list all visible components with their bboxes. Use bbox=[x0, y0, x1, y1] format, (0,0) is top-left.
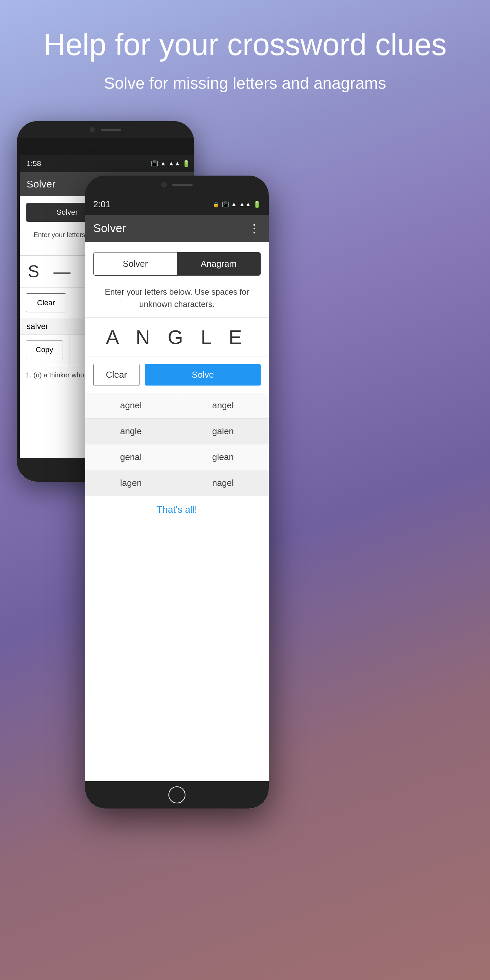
result-cell: lagen bbox=[85, 470, 177, 496]
back-copy-button[interactable]: Copy bbox=[26, 340, 63, 360]
phones-container: 1:58 📳 ▲ ▲▲ 🔋 Solver Solver bbox=[0, 121, 490, 870]
front-home-button[interactable] bbox=[169, 786, 185, 803]
results-table: agnel angel angle galen genal glean la bbox=[85, 393, 269, 496]
back-app-title: Solver bbox=[27, 178, 56, 190]
front-signal-icons: 🔒 📳 ▲ ▲▲ 🔋 bbox=[213, 201, 261, 208]
front-app-title: Solver bbox=[93, 221, 126, 235]
back-signal-icons: 📳 ▲ ▲▲ 🔋 bbox=[151, 160, 190, 167]
front-wifi-icon: ▲ bbox=[231, 201, 237, 208]
result-cell: galen bbox=[177, 418, 269, 444]
result-cell: angle bbox=[85, 418, 177, 444]
front-tab-anagram[interactable]: Anagram bbox=[177, 253, 260, 275]
back-time: 1:58 bbox=[27, 159, 41, 168]
hero-title: Help for your crossword clues bbox=[0, 27, 490, 63]
front-empty-space bbox=[85, 523, 269, 727]
front-app-content: Solver Anagram Enter your letters below.… bbox=[85, 242, 269, 727]
back-camera-dot bbox=[90, 127, 95, 132]
front-status-bar: 2:01 🔒 📳 ▲ ▲▲ 🔋 bbox=[85, 194, 269, 215]
front-instruction: Enter your letters below. Use spaces for… bbox=[85, 282, 269, 317]
front-buttons-row: Clear Solve bbox=[85, 357, 269, 393]
front-signal-icon: ▲▲ bbox=[239, 201, 251, 208]
front-nav-bar bbox=[85, 781, 269, 808]
table-row: agnel angel bbox=[85, 393, 269, 418]
front-phone: 2:01 🔒 📳 ▲ ▲▲ 🔋 Solver ⋮ Sol bbox=[85, 176, 269, 808]
front-time: 2:01 bbox=[93, 199, 111, 210]
back-status-bar: 1:58 📳 ▲ ▲▲ 🔋 bbox=[20, 155, 194, 172]
result-cell: agnel bbox=[85, 393, 177, 418]
front-speaker bbox=[172, 184, 192, 186]
front-camera-dot bbox=[161, 182, 167, 188]
back-letter-display: S — bbox=[28, 262, 75, 282]
back-signal-icon: ▲▲ bbox=[168, 160, 180, 167]
front-tab-solver[interactable]: Solver bbox=[94, 253, 177, 275]
result-cell: angel bbox=[177, 393, 269, 418]
front-letter-display: A N G L E bbox=[95, 326, 259, 348]
more-options-icon[interactable]: ⋮ bbox=[248, 221, 261, 235]
front-camera-area bbox=[85, 176, 269, 194]
front-battery-icon: 🔋 bbox=[253, 201, 261, 208]
table-row: angle galen bbox=[85, 418, 269, 444]
hero-subtitle: Solve for missing letters and anagrams bbox=[0, 73, 490, 94]
front-solve-button[interactable]: Solve bbox=[145, 364, 261, 385]
front-tab-bar: Solver Anagram bbox=[93, 252, 261, 275]
back-wifi-icon: ▲ bbox=[160, 160, 166, 167]
back-clear-button[interactable]: Clear bbox=[26, 293, 66, 312]
back-camera-area bbox=[17, 121, 194, 138]
table-row: genal glean bbox=[85, 444, 269, 470]
front-app-bar: Solver ⋮ bbox=[85, 215, 269, 242]
thats-all-text: That's all! bbox=[85, 496, 269, 523]
table-row: lagen nagel bbox=[85, 470, 269, 496]
front-clear-button[interactable]: Clear bbox=[93, 364, 140, 386]
front-letter-input[interactable]: A N G L E bbox=[85, 317, 269, 357]
result-cell: nagel bbox=[177, 470, 269, 496]
back-speaker bbox=[101, 129, 121, 130]
result-cell: genal bbox=[85, 444, 177, 470]
front-vibrate-icon: 📳 bbox=[221, 201, 229, 208]
back-battery-icon: 🔋 bbox=[182, 160, 190, 167]
hero-section: Help for your crossword clues Solve for … bbox=[0, 0, 490, 115]
front-lock-icon: 🔒 bbox=[213, 201, 220, 208]
result-cell: glean bbox=[177, 444, 269, 470]
back-vibrate-icon: 📳 bbox=[151, 160, 158, 167]
